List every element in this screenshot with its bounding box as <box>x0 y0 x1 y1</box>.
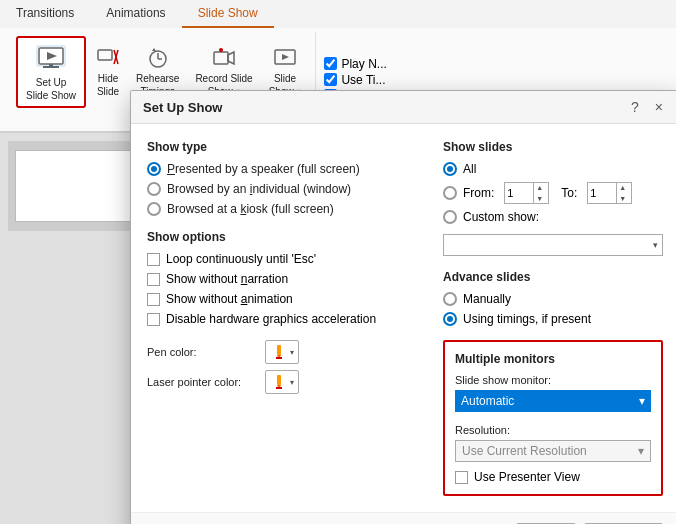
svg-marker-1 <box>47 52 57 60</box>
presenter-view-checkbox-box[interactable] <box>455 471 468 484</box>
pen-icon <box>270 343 288 361</box>
loop-checkbox-label: Loop continuously until 'Esc' <box>166 252 316 266</box>
presenter-view-label: Use Presenter View <box>474 470 580 484</box>
rehearse-timings-icon <box>146 46 170 70</box>
to-spinbox-input[interactable] <box>588 187 616 199</box>
advance-slides-section: Advance slides Manually Using timings, i… <box>443 270 663 326</box>
laser-icon <box>270 373 288 391</box>
resolution-label: Resolution: <box>455 424 651 436</box>
laser-color-button[interactable]: ▾ <box>265 370 299 394</box>
pen-color-button[interactable]: ▾ <box>265 340 299 364</box>
advance-slides-radio-group: Manually Using timings, if present <box>443 292 663 326</box>
no-narration-checkbox-label: Show without narration <box>166 272 288 286</box>
to-spinbox[interactable]: ▲ ▼ <box>587 182 632 204</box>
from-spinbox-down[interactable]: ▼ <box>534 193 545 204</box>
setup-slideshow-label: Set UpSlide Show <box>26 76 76 102</box>
sidebar <box>0 133 150 524</box>
svg-rect-3 <box>49 64 53 66</box>
dialog-close-button[interactable]: × <box>651 99 667 115</box>
no-animation-checkbox[interactable]: Show without animation <box>147 292 419 306</box>
no-animation-checkbox-label: Show without animation <box>166 292 293 306</box>
svg-marker-13 <box>228 52 234 64</box>
use-timings-label: Use Ti... <box>341 73 385 87</box>
presenter-view-row: Use Presenter View <box>455 470 651 484</box>
no-hw-accel-checkbox[interactable]: Disable hardware graphics acceleration <box>147 312 419 326</box>
no-narration-checkbox-box <box>147 273 160 286</box>
hide-slide-icon <box>96 46 120 70</box>
custom-show-dropdown-arrow: ▾ <box>653 240 658 250</box>
slide-thumbnail <box>8 141 138 231</box>
show-type-label: Show type <box>147 140 419 154</box>
from-spinbox-input[interactable] <box>505 187 533 199</box>
all-slides-radio-label: All <box>463 162 476 176</box>
slide-show-monitor-arrow: ▾ <box>639 394 645 408</box>
laser-color-row: Laser pointer color: ▾ <box>147 370 419 394</box>
from-slides-radio[interactable]: From: ▲ ▼ To: <box>443 182 663 204</box>
svg-marker-11 <box>152 48 156 51</box>
tab-slideshow[interactable]: Slide Show <box>182 0 274 28</box>
laser-color-label: Laser pointer color: <box>147 376 257 388</box>
dialog-footer: OK Cancel <box>131 512 676 524</box>
svg-rect-17 <box>277 345 281 355</box>
resolution-arrow: ▾ <box>638 444 644 458</box>
individual-radio-circle <box>147 182 161 196</box>
timings-radio-label: Using timings, if present <box>463 312 591 326</box>
svg-rect-20 <box>277 375 281 385</box>
hide-slide-button[interactable]: HideSlide <box>90 44 126 100</box>
to-spinbox-down[interactable]: ▼ <box>617 193 628 204</box>
individual-radio[interactable]: Browsed by an individual (window) <box>147 182 419 196</box>
no-animation-checkbox-box <box>147 293 160 306</box>
no-hw-accel-checkbox-label: Disable hardware graphics acceleration <box>166 312 376 326</box>
timings-radio[interactable]: Using timings, if present <box>443 312 663 326</box>
multiple-monitors-title: Multiple monitors <box>455 352 651 366</box>
tab-animations[interactable]: Animations <box>90 0 181 28</box>
multiple-monitors-section: Multiple monitors Slide show monitor: Au… <box>443 340 663 496</box>
speaker-radio-circle <box>147 162 161 176</box>
dialog-help-button[interactable]: ? <box>627 99 643 115</box>
setup-show-dialog: Set Up Show ? × Show type Presented by a… <box>130 90 676 524</box>
loop-checkbox[interactable]: Loop continuously until 'Esc' <box>147 252 419 266</box>
individual-radio-label: Browsed by an individual (window) <box>167 182 351 196</box>
kiosk-radio[interactable]: Browsed at a kiosk (full screen) <box>147 202 419 216</box>
pen-color-arrow: ▾ <box>290 348 294 357</box>
main-content: Set Up Show ? × Show type Presented by a… <box>0 133 676 524</box>
from-label: From: <box>463 186 494 200</box>
slide-show-monitor-label: Slide show monitor: <box>455 374 651 386</box>
setup-slideshow-button[interactable]: Set UpSlide Show <box>16 36 86 108</box>
from-spinbox[interactable]: ▲ ▼ <box>504 182 549 204</box>
dialog-title: Set Up Show <box>143 100 222 115</box>
laser-color-arrow: ▾ <box>290 378 294 387</box>
slide-show-monitor-value: Automatic <box>461 394 514 408</box>
from-spinbox-up[interactable]: ▲ <box>534 182 545 193</box>
play-narrations-checkbox[interactable]: Play N... <box>324 57 386 71</box>
slide-show-monitor-dropdown[interactable]: Automatic ▾ <box>455 390 651 412</box>
dialog-right: Show slides All From: ▲ <box>443 140 663 496</box>
kiosk-radio-label: Browsed at a kiosk (full screen) <box>167 202 334 216</box>
tab-transitions[interactable]: Transitions <box>0 0 90 28</box>
pen-color-label: Pen color: <box>147 346 257 358</box>
ribbon-tabs: Transitions Animations Slide Show <box>0 0 676 28</box>
custom-show-radio[interactable]: Custom show: <box>443 210 663 224</box>
manually-radio-label: Manually <box>463 292 511 306</box>
speaker-radio[interactable]: Presented by a speaker (full screen) <box>147 162 419 176</box>
manually-radio[interactable]: Manually <box>443 292 663 306</box>
custom-show-dropdown[interactable]: ▾ <box>443 234 663 256</box>
no-narration-checkbox[interactable]: Show without narration <box>147 272 419 286</box>
resolution-dropdown[interactable]: Use Current Resolution ▾ <box>455 440 651 462</box>
loop-checkbox-box <box>147 253 160 266</box>
svg-rect-12 <box>214 52 228 64</box>
to-spinbox-up[interactable]: ▲ <box>617 182 628 193</box>
svg-rect-2 <box>43 66 59 68</box>
play-narrations-label: Play N... <box>341 57 386 71</box>
show-slides-section: Show slides All From: ▲ <box>443 140 663 256</box>
record-slideshow-icon <box>212 46 236 70</box>
show-slides-label: Show slides <box>443 140 663 154</box>
all-slides-radio[interactable]: All <box>443 162 663 176</box>
from-slides-radio-circle <box>443 186 457 200</box>
svg-point-14 <box>219 48 223 52</box>
pen-color-row: Pen color: ▾ <box>147 340 419 364</box>
use-timings-checkbox[interactable]: Use Ti... <box>324 73 386 87</box>
hide-slide-label: HideSlide <box>97 72 119 98</box>
from-spinbox-arrows: ▲ ▼ <box>533 182 545 204</box>
custom-show-radio-circle <box>443 210 457 224</box>
